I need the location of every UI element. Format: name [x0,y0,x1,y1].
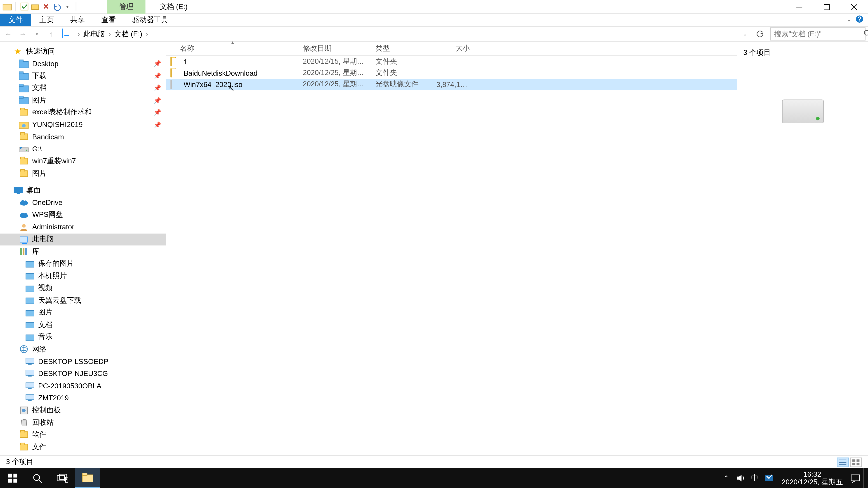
clock-time: 16:32 [803,470,821,478]
nav-group-header[interactable]: 桌面 [0,184,166,197]
chevron-right-icon[interactable]: › [144,30,151,38]
nav-label: 控制面板 [32,405,61,416]
nav-item[interactable]: YUNQISHI2019📌 [0,119,166,131]
chevron-right-icon[interactable]: › [106,30,113,38]
nav-back-button[interactable]: ← [2,28,14,40]
nav-item[interactable]: 天翼云盘下载 [0,294,166,306]
nav-item[interactable]: ZMT2019 [0,392,166,404]
nav-item[interactable]: 文件 [0,441,166,453]
nav-item[interactable]: 本机照片 [0,270,166,282]
file-row[interactable]: 12020/12/15, 星期二 1...文件夹 [166,56,737,67]
quick-access-toolbar: ✕ ▾ [0,2,81,11]
nav-item[interactable]: 下载📌 [0,70,166,82]
nav-item[interactable]: 网络 [0,343,166,355]
start-button[interactable] [0,468,25,488]
qat-delete-icon[interactable]: ✕ [41,2,51,11]
nav-item[interactable]: Bandicam [0,131,166,143]
tab-share[interactable]: 共享 [62,14,93,26]
nav-item[interactable]: 保存的图片 [0,258,166,270]
file-row[interactable]: BaiduNetdiskDownload2020/12/25, 星期五 1...… [166,67,737,78]
address-bar[interactable]: › 此电脑 › 文档 (E:) › [60,27,735,40]
nav-forward-button[interactable]: → [17,28,29,40]
nav-item[interactable]: DESKTOP-NJEU3CG [0,367,166,380]
qat-properties-icon[interactable] [20,2,29,11]
nav-item[interactable]: G:\ [0,143,166,155]
nav-label: 网络 [32,344,46,355]
breadcrumb[interactable]: 文档 (E:) [113,29,144,39]
pc-net-icon [25,369,35,379]
nav-up-button[interactable]: ↑ [45,28,57,40]
ime-indicator[interactable]: 中 [748,468,761,488]
view-details-button[interactable] [837,457,849,467]
control-icon [19,405,29,415]
nav-group-header[interactable]: ★快速访问 [0,45,166,57]
volume-icon[interactable] [734,468,747,488]
close-button[interactable] [840,0,868,14]
nav-item[interactable]: Administrator [0,221,166,233]
nav-label: OneDrive [32,199,62,207]
search-box[interactable] [770,27,866,40]
column-type[interactable]: 类型 [371,43,432,54]
qat-undo-icon[interactable] [52,2,61,11]
breadcrumb[interactable]: 此电脑 [82,29,106,39]
folder-blue-icon [19,71,29,80]
task-view-button[interactable] [50,468,75,488]
nav-item[interactable]: 软件 [0,429,166,441]
search-button[interactable] [25,468,50,488]
tab-file[interactable]: 文件 [0,14,31,26]
nav-item[interactable]: 回收站 [0,416,166,429]
nav-item[interactable]: 视频 [0,282,166,294]
taskbar-file-explorer[interactable] [75,468,100,488]
nav-item[interactable]: OneDrive [0,197,166,209]
nav-item[interactable]: Desktop📌 [0,57,166,70]
svg-point-54 [22,409,26,412]
nav-item[interactable]: 文档 [0,319,166,331]
tab-drive-tools[interactable]: 驱动器工具 [124,14,176,26]
nav-recent-dropdown[interactable]: ▾ [31,28,43,40]
nav-item[interactable]: 图片📌 [0,94,166,106]
nav-item[interactable]: excel表格制作求和📌 [0,106,166,119]
action-center-icon[interactable] [849,468,862,488]
nav-item[interactable]: DESKTOP-LSSOEDP [0,355,166,367]
nav-label: 保存的图片 [38,259,74,269]
show-desktop-button[interactable] [863,468,867,488]
maximize-button[interactable] [813,0,840,14]
column-modified[interactable]: 修改日期 [298,43,371,54]
tab-home[interactable]: 主页 [31,14,62,26]
folder-icon [170,57,180,66]
nav-item[interactable]: 图片 [0,167,166,180]
column-size[interactable]: 大小 [432,43,474,54]
nav-item[interactable]: 文档📌 [0,82,166,94]
qat-customize-dropdown-icon[interactable]: ▾ [63,2,72,11]
search-icon[interactable] [864,30,868,38]
tray-overflow-icon[interactable]: ⌃ [720,468,733,488]
tray-app-icon[interactable] [763,468,776,488]
nav-item[interactable]: win7重装win7 [0,155,166,167]
nav-item[interactable]: 库 [0,246,166,258]
nav-item[interactable]: 控制面板 [0,404,166,416]
file-date: 2020/12/25, 星期五 1... [298,68,371,78]
chevron-right-icon[interactable]: › [75,30,82,38]
nav-item[interactable]: 图片 [0,306,166,319]
svg-rect-49 [26,382,34,388]
search-input[interactable] [774,30,864,38]
explorer-body: ★快速访问Desktop📌下载📌文档📌图片📌excel表格制作求和📌YUNQIS… [0,42,868,468]
file-row[interactable]: Win7x64_2020.iso2020/12/25, 星期五 1...光盘映像… [166,78,737,90]
tab-view[interactable]: 查看 [93,14,124,26]
nav-item[interactable]: 音乐 [0,331,166,343]
ribbon-expand-icon[interactable]: ⌄ [844,14,854,24]
nav-item[interactable]: PC-20190530OBLA [0,380,166,392]
address-history-dropdown[interactable]: ⌄ [739,28,751,40]
minimize-button[interactable] [786,0,813,14]
svg-rect-24 [17,193,20,194]
qat-new-folder-icon[interactable] [30,2,40,11]
nav-item[interactable]: WPS网盘 [0,209,166,221]
help-icon[interactable]: ? [855,14,864,24]
taskbar-clock[interactable]: 16:32 2020/12/25, 星期五 [777,470,848,486]
sort-indicator-icon: ▴ [231,39,234,45]
refresh-button[interactable] [753,28,765,40]
svg-rect-14 [19,72,23,74]
ribbon-context-tab[interactable]: 管理 [107,0,146,14]
view-large-icons-button[interactable] [850,457,862,467]
nav-item[interactable]: 此电脑 [0,233,166,246]
